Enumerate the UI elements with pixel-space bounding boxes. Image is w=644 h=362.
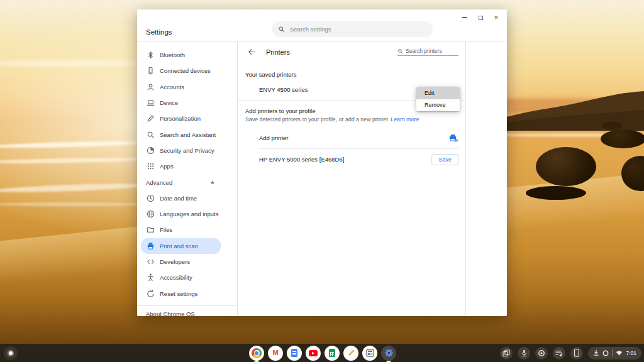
globe-icon — [146, 210, 155, 219]
sidebar-item-device[interactable]: Device — [137, 95, 237, 111]
wifi-icon — [616, 350, 623, 356]
shelf: M — [0, 344, 644, 362]
sidebar-item-languages[interactable]: Languages and inputs — [137, 206, 237, 222]
sidebar-item-label: Accounts — [160, 84, 184, 90]
sidebar-item-bluetooth[interactable]: Bluetooth — [137, 47, 237, 63]
shelf-app-canvas[interactable] — [343, 346, 358, 361]
sidebar-item-label: Print and scan — [160, 243, 198, 250]
reset-icon — [146, 289, 155, 298]
settings-window: ✕ Settings Bluetooth — [137, 9, 507, 316]
window-title: Settings — [146, 28, 172, 36]
printers-search-field[interactable] — [397, 48, 458, 56]
shelf-app-sheets[interactable] — [325, 346, 340, 361]
sidebar-item-label: Files — [160, 226, 172, 233]
menu-item-remove[interactable]: Remove — [416, 99, 460, 112]
sidebar-item-label: Apps — [160, 163, 174, 170]
window-controls: ✕ — [460, 13, 501, 22]
save-printer-button[interactable]: Save — [431, 154, 458, 165]
settings-search-bar[interactable] — [272, 21, 433, 37]
accessibility-icon — [146, 273, 155, 282]
search-icon — [278, 26, 285, 33]
shelf-app-chrome[interactable] — [249, 346, 264, 361]
back-arrow-icon[interactable] — [248, 48, 256, 56]
shelf-app-docs[interactable] — [287, 346, 302, 361]
sidebar-item-connected-devices[interactable]: Connected devices — [137, 63, 237, 79]
sidebar-item-accessibility[interactable]: Accessibility — [137, 270, 237, 285]
sidebar-item-about-chromeos[interactable]: About Chrome OS — [137, 306, 237, 322]
window-header: ✕ Settings — [137, 9, 507, 41]
sidebar-item-label: Search and Assistant — [160, 131, 216, 138]
phone-icon — [146, 67, 155, 75]
minimize-button[interactable] — [460, 13, 469, 22]
phone-hub-icon — [574, 349, 580, 357]
sidebar-item-print-scan[interactable]: Print and scan — [141, 238, 221, 254]
sidebar-item-reset-settings[interactable]: Reset settings — [137, 285, 237, 301]
sidebar-item-developers[interactable]: Developers — [137, 254, 237, 270]
bluetooth-icon — [146, 51, 155, 60]
status-area[interactable]: 7:01 — [588, 347, 641, 359]
clock-time: 7:01 — [626, 350, 636, 356]
detected-printer-name: HP ENVY 5000 series [E468D6] — [259, 156, 344, 163]
menu-item-edit[interactable]: Edit — [416, 87, 460, 99]
boulder — [601, 129, 644, 148]
sidebar-item-accounts[interactable]: Accounts — [137, 79, 237, 95]
close-icon: ✕ — [494, 15, 499, 21]
shelf-app-gallery[interactable] — [362, 346, 377, 361]
sidebar-advanced-toggle[interactable]: Advanced — [137, 174, 237, 190]
desktop: ✕ Settings Bluetooth — [0, 0, 644, 362]
sidebar-item-date-time[interactable]: Date and time — [137, 190, 237, 206]
sheets-icon — [329, 349, 335, 357]
sidebar-item-security-privacy[interactable]: Security and Privacy — [137, 143, 237, 158]
sidebar-item-apps[interactable]: Apps — [137, 158, 237, 174]
record-button[interactable] — [535, 347, 548, 359]
privacy-icon — [146, 146, 155, 155]
sidebar-item-label: Languages and inputs — [160, 211, 219, 217]
sidebar-item-label: Connected devices — [160, 67, 211, 74]
boulder — [536, 147, 596, 186]
maximize-icon — [479, 16, 483, 20]
microphone-button[interactable] — [518, 347, 530, 359]
search-icon — [146, 130, 155, 139]
shelf-app-youtube[interactable] — [306, 346, 321, 361]
settings-sidebar: Bluetooth Connected devices Accounts — [137, 41, 238, 315]
content-right-spacer — [466, 41, 507, 315]
close-button[interactable]: ✕ — [492, 13, 501, 22]
shelf-app-settings[interactable] — [381, 346, 396, 361]
record-icon — [538, 349, 545, 357]
search-icon — [397, 48, 403, 54]
laptop-icon — [146, 99, 155, 107]
sidebar-item-files[interactable]: Files — [137, 222, 237, 238]
sidebar-item-label: Bluetooth — [160, 52, 185, 58]
learn-more-link[interactable]: Learn more — [391, 116, 419, 123]
screen-capture-icon — [502, 349, 510, 357]
add-printer-label: Add printer — [259, 134, 288, 141]
printers-search-input[interactable] — [406, 48, 456, 54]
chevron-up-icon — [211, 181, 214, 184]
sidebar-item-search-assistant[interactable]: Search and Assistant — [137, 126, 237, 142]
docs-icon — [291, 349, 297, 357]
screen-capture-button[interactable] — [500, 347, 513, 359]
printers-page: Printers Your saved printers ENVY 4500 s… — [238, 41, 466, 315]
sidebar-item-label: Date and time — [160, 195, 197, 202]
media-queue-button[interactable] — [553, 347, 565, 359]
settings-search-input[interactable] — [290, 26, 416, 33]
launcher-icon — [9, 351, 13, 355]
gallery-icon — [366, 349, 374, 357]
pen-icon — [146, 114, 155, 123]
shelf-app-gmail[interactable]: M — [268, 346, 283, 361]
add-printer-row[interactable]: Add printer — [238, 127, 465, 148]
apps-grid-icon — [146, 162, 155, 171]
youtube-icon — [309, 350, 318, 356]
system-tray: 7:01 — [500, 347, 641, 359]
launcher-button[interactable] — [4, 346, 18, 360]
pencil-icon — [347, 349, 355, 357]
add-printer-icon[interactable] — [448, 134, 458, 142]
wave-foam — [0, 202, 145, 206]
sidebar-item-label: Device — [160, 99, 178, 106]
microphone-icon — [521, 349, 528, 357]
code-icon — [146, 258, 155, 266]
phone-hub-button[interactable] — [570, 347, 583, 359]
sidebar-item-label: Security and Privacy — [160, 147, 214, 154]
maximize-button[interactable] — [476, 13, 485, 22]
sidebar-item-personalization[interactable]: Personalization — [137, 111, 237, 126]
